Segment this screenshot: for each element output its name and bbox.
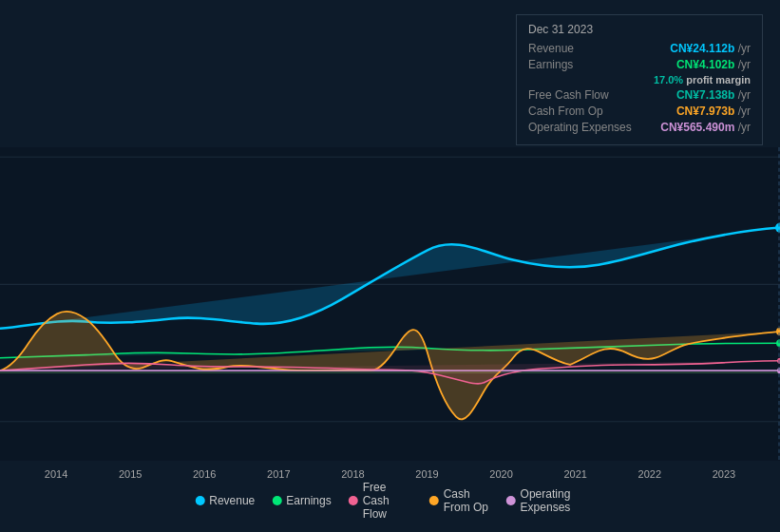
fcf-label: Free Cash Flow	[528, 88, 633, 102]
revenue-label: Revenue	[528, 42, 633, 55]
earnings-label: Earnings	[528, 58, 633, 71]
tooltip-box: Dec 31 2023 Revenue CN¥24.112b /yr Earni…	[516, 14, 763, 145]
x-label-2023: 2023	[713, 468, 735, 480]
legend-item-earnings[interactable]: Earnings	[272, 494, 331, 507]
cashfromop-label: Cash From Op	[528, 104, 633, 118]
legend-label-revenue: Revenue	[209, 494, 255, 507]
fcf-value: CN¥7.138b /yr	[676, 88, 751, 102]
x-label-2018: 2018	[341, 468, 364, 480]
legend-dot-revenue	[195, 496, 204, 505]
legend-label-cashfromop: Cash From Op	[444, 487, 489, 514]
tooltip-row-profit-margin: 17.0% profit margin	[528, 74, 751, 86]
tooltip-row-opex: Operating Expenses CN¥565.490m /yr	[528, 121, 751, 134]
chart-svg	[0, 147, 780, 461]
revenue-value: CN¥24.112b /yr	[670, 42, 751, 55]
opex-label: Operating Expenses	[528, 121, 633, 134]
x-label-2017: 2017	[267, 468, 290, 480]
profit-margin-value: 17.0% profit margin	[654, 74, 751, 86]
x-label-2021: 2021	[563, 468, 586, 480]
x-label-2022: 2022	[638, 468, 661, 480]
svg-rect-0	[0, 147, 780, 461]
legend-label-fcf: Free Cash Flow	[363, 481, 412, 521]
legend-label-opex: Operating Expenses	[521, 487, 585, 514]
legend: Revenue Earnings Free Cash Flow Cash Fro…	[195, 481, 585, 521]
opex-value: CN¥565.490m /yr	[660, 121, 751, 134]
x-label-2016: 2016	[193, 468, 216, 480]
x-label-2014: 2014	[45, 468, 67, 480]
chart-container: Dec 31 2023 Revenue CN¥24.112b /yr Earni…	[0, 0, 780, 532]
x-label-2020: 2020	[489, 468, 512, 480]
x-label-2019: 2019	[415, 468, 438, 480]
x-label-2015: 2015	[119, 468, 142, 480]
legend-item-fcf[interactable]: Free Cash Flow	[349, 481, 412, 521]
legend-dot-cashfromop	[429, 496, 439, 505]
legend-item-revenue[interactable]: Revenue	[195, 494, 255, 507]
cashfromop-value: CN¥7.973b /yr	[676, 104, 751, 118]
legend-label-earnings: Earnings	[286, 494, 331, 507]
tooltip-row-earnings: Earnings CN¥4.102b /yr	[528, 58, 751, 71]
legend-dot-fcf	[349, 496, 358, 505]
earnings-value: CN¥4.102b /yr	[676, 58, 751, 71]
x-axis: 2014 2015 2016 2017 2018 2019 2020 2021 …	[0, 468, 780, 480]
legend-dot-opex	[506, 496, 516, 505]
legend-item-opex[interactable]: Operating Expenses	[506, 487, 585, 514]
tooltip-row-cashfromop: Cash From Op CN¥7.973b /yr	[528, 104, 751, 118]
tooltip-title: Dec 31 2023	[528, 23, 751, 36]
legend-item-cashfromop[interactable]: Cash From Op	[429, 487, 489, 514]
legend-dot-earnings	[272, 496, 281, 505]
tooltip-row-revenue: Revenue CN¥24.112b /yr	[528, 42, 751, 55]
tooltip-row-fcf: Free Cash Flow CN¥7.138b /yr	[528, 88, 751, 102]
